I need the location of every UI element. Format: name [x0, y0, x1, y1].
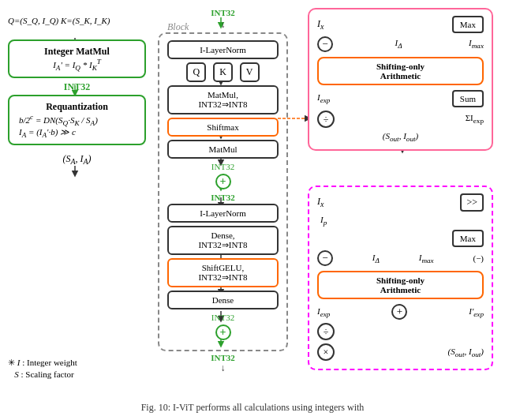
minus-row-top: − IΔ Imax: [317, 36, 484, 52]
matmul1-box: MatMul, INT32⇒INT8: [167, 85, 279, 114]
shifting-only-box-top: Shifting-only Arithmetic: [317, 57, 484, 85]
shift-right-symbol: >>: [460, 193, 484, 212]
layernorm2-box: I-LayerNorm: [167, 204, 279, 223]
pink-dashed-outer: Ix >> Ip Max − IΔ Imax (−) Shifting-only…: [308, 186, 493, 370]
max-box-top: Max: [452, 16, 484, 33]
int32-bot: INT32: [158, 353, 288, 362]
legend-s-text: S : Scaling factor: [8, 369, 74, 379]
i-exp-row-bottom: Iexp + I'exp: [317, 304, 484, 320]
ix-bottom: Ix: [317, 196, 324, 208]
int32-top: INT32: [158, 8, 288, 17]
minus-in-circle: (−): [473, 253, 484, 263]
legend-s: S : Scaling factor: [8, 369, 77, 379]
legend-i: ✳ I : Integer weight: [8, 358, 77, 368]
int32-label-1: INT32: [8, 81, 146, 93]
i-delta-top: IΔ: [395, 38, 402, 50]
left-panel: Q=(S_Q, I_Q) K=(S_K, I_K) Integer MatMul…: [8, 16, 146, 166]
rb-output: (Sout, Iout): [448, 347, 484, 358]
minus-circle-top: −: [317, 36, 333, 52]
shifting-only-box-bottom: Shifting-only Arithmetic: [317, 271, 484, 299]
legend-i-text: ✳ I : Integer weight: [8, 358, 77, 367]
int32-mid: INT32: [167, 193, 279, 202]
times-circle-bottom: ×: [317, 343, 335, 361]
i-exp-row-top: Iexp Sum: [317, 90, 484, 107]
caption-text: Fig. 10: I-ViT performs all calculations…: [141, 402, 365, 413]
caption: Fig. 10: I-ViT performs all calculations…: [8, 402, 497, 414]
requantization-box: Requantization b/2c = DN(SQ·SK / SA) IA …: [8, 95, 146, 145]
requantization-content: b/2c = DN(SQ·SK / SA) IA = (IA'·b) ≫ c: [16, 113, 138, 139]
legend-box: ✳ I : Integer weight S : Scaling factor: [8, 358, 77, 381]
q-input-label: Q=(S_Q, I_Q) K=(S_K, I_K): [8, 16, 110, 25]
plus-small-bottom: +: [391, 304, 407, 320]
times-row-bottom: × (Sout, Iout): [317, 343, 484, 361]
dense1-box: Dense, INT32⇒INT8: [167, 226, 279, 255]
block-label: Block: [167, 21, 189, 33]
max-row-bottom: Max: [317, 230, 484, 247]
left-output-label: (SA, IA): [8, 153, 146, 166]
plus-circle-1: +: [215, 174, 231, 189]
matmul2-box: MatMul: [167, 140, 279, 159]
middle-panel: INT32 ↓ Block I-LayerNorm Q K V MatMul, …: [158, 8, 288, 374]
plus-circle-2-row: INT32 +: [167, 313, 279, 342]
right-top-panel: Ix Max − IΔ Imax Shifting-only Arithmeti…: [308, 8, 493, 151]
minus-row-bottom: − IΔ Imax (−): [317, 250, 484, 266]
integer-matmul-title: Integer MatMul: [16, 46, 138, 58]
pink-outer-top: Ix Max − IΔ Imax Shifting-only Arithmeti…: [308, 8, 493, 151]
i-delta-bottom: IΔ: [372, 253, 380, 264]
i-exp-prime: I'exp: [469, 306, 484, 318]
k-box: K: [213, 62, 233, 82]
sum-box: Sum: [452, 90, 484, 107]
qkv-row: Q K V: [167, 62, 279, 82]
i-exp-top: Iexp: [317, 92, 330, 104]
right-bottom-panel: Ix >> Ip Max − IΔ Imax (−) Shifting-only…: [308, 186, 493, 370]
integer-matmul-content: IA' = IQ * IKT: [16, 58, 138, 72]
shiftmax-box: Shiftmax: [167, 118, 279, 137]
rb-header: Ix >>: [317, 193, 484, 212]
dense2-box: Dense: [167, 291, 279, 309]
sigma-exp-top: ΣIexp: [466, 113, 484, 125]
ix-label: Ix: [317, 18, 324, 31]
requantization-title: Requantization: [16, 101, 138, 113]
i-max-top: Imax: [469, 38, 484, 50]
q-box: Q: [186, 62, 206, 82]
shiftgelu-box: ShiftGELU, INT32⇒INT8: [167, 258, 279, 287]
max-box-bottom: Max: [452, 230, 484, 247]
block-outer: Block I-LayerNorm Q K V MatMul, INT32⇒IN…: [158, 32, 288, 351]
layernorm1-box: I-LayerNorm: [167, 40, 279, 59]
minus-circle-bottom: −: [317, 250, 333, 266]
ip-label: Ip: [320, 215, 484, 227]
right-top-header: Ix Max: [317, 16, 484, 33]
right-top-output: (Sout, Iout): [317, 131, 484, 143]
plus-circle-2: +: [215, 324, 231, 340]
plus-circle-1-row: INT32 +: [167, 162, 279, 191]
div-row-top: ÷ ΣIexp: [317, 111, 484, 128]
diagram-container: Q=(S_Q, I_Q) K=(S_K, I_K) Integer MatMul…: [0, 0, 505, 420]
v-box: V: [240, 62, 260, 82]
integer-matmul-box: Integer MatMul IA' = IQ * IKT: [8, 39, 146, 78]
div-circle-bottom: ÷: [317, 323, 335, 340]
i-exp-bottom: Iexp: [317, 306, 330, 318]
inputs-row: Q=(S_Q, I_Q) K=(S_K, I_K): [8, 16, 146, 25]
i-max-bottom: Imax: [419, 253, 434, 264]
div-circle-top: ÷: [317, 111, 335, 128]
div-row-bottom: ÷: [317, 323, 484, 340]
